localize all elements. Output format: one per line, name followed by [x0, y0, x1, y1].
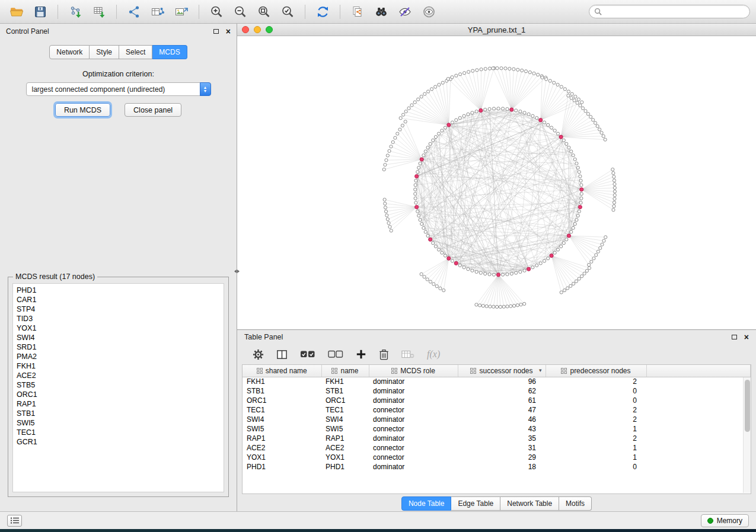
- tab-edge-table[interactable]: Edge Table: [451, 496, 500, 511]
- tab-mcds[interactable]: MCDS: [152, 45, 187, 59]
- result-node-item[interactable]: STP4: [17, 305, 220, 314]
- panel-splitter-handle[interactable]: [234, 267, 240, 276]
- tab-node-table[interactable]: Node Table: [401, 496, 452, 511]
- tab-network-table[interactable]: Network Table: [500, 496, 559, 511]
- new-network-button[interactable]: [123, 3, 145, 21]
- result-node-item[interactable]: TID3: [17, 314, 220, 323]
- delete-table-button[interactable]: [401, 350, 414, 359]
- result-node-item[interactable]: ACE2: [17, 371, 220, 380]
- table-row[interactable]: RAP1RAP1dominator352: [243, 434, 751, 443]
- memory-button[interactable]: Memory: [701, 514, 749, 527]
- new-network-icon: [127, 5, 142, 19]
- show-glyph-button[interactable]: [418, 3, 439, 21]
- table-row[interactable]: SWI5SWI5connector431: [243, 424, 751, 434]
- global-search-field[interactable]: [589, 5, 750, 18]
- refresh-view-button[interactable]: [312, 3, 333, 21]
- minimize-window-icon[interactable]: [254, 26, 261, 33]
- mcds-result-list[interactable]: PHD1CAR1STP4TID3YOX1SWI4SRD1PMA2FKH1ACE2…: [12, 283, 224, 492]
- table-scrollbar-thumb[interactable]: [745, 380, 750, 432]
- close-panel-button[interactable]: Close panel: [125, 103, 181, 117]
- delete-row-button[interactable]: [379, 349, 389, 360]
- zoom-selected-button[interactable]: [277, 3, 298, 21]
- network-window-title: YPA_prune.txt_1: [237, 25, 756, 34]
- network-graph[interactable]: [237, 36, 756, 329]
- column-header-name[interactable]: name: [321, 365, 369, 377]
- tab-network[interactable]: Network: [49, 45, 90, 59]
- dropdown-stepper-icon: ▲▼: [200, 82, 211, 96]
- result-node-item[interactable]: SWI5: [17, 418, 220, 428]
- column-header-mcds-role[interactable]: MCDS role: [369, 365, 458, 377]
- column-header-successor-nodes[interactable]: successor nodes▾: [458, 365, 546, 377]
- import-network-button[interactable]: [65, 3, 86, 21]
- maximize-window-icon[interactable]: [266, 26, 273, 33]
- result-node-item[interactable]: SWI4: [17, 333, 220, 342]
- node-table: shared namenameMCDS rolesuccessor nodes▾…: [242, 364, 751, 494]
- hide-glyph-button[interactable]: [394, 3, 416, 21]
- run-mcds-button[interactable]: Run MCDS: [55, 103, 110, 117]
- criterion-dropdown[interactable]: largest connected component (undirected)…: [26, 82, 211, 96]
- toolbar-separator: [58, 5, 58, 19]
- zoom-fit-icon: [257, 5, 272, 19]
- table-settings-button[interactable]: [253, 349, 264, 360]
- function-builder-button[interactable]: f(x): [427, 349, 440, 360]
- close-table-panel-icon[interactable]: ×: [744, 334, 749, 341]
- mcds-result-title: MCDS result (17 nodes): [13, 273, 97, 281]
- zoom-in-icon: [209, 5, 224, 19]
- tab-style[interactable]: Style: [90, 45, 119, 59]
- tab-motifs[interactable]: Motifs: [559, 496, 592, 511]
- table-row[interactable]: STB1STB1dominator620: [243, 386, 751, 396]
- table-row[interactable]: PHD1PHD1dominator180: [243, 462, 751, 472]
- zoom-fit-button[interactable]: [253, 3, 275, 21]
- result-node-item[interactable]: GCR1: [17, 437, 220, 447]
- panel-list-button[interactable]: [7, 515, 22, 527]
- control-panel: Control Panel × NetworkStyleSelectMCDS O…: [0, 24, 237, 511]
- table-row[interactable]: SWI4SWI4dominator462: [243, 415, 751, 424]
- export-network-image-button[interactable]: [171, 3, 192, 21]
- memory-status-icon: [707, 518, 713, 524]
- close-panel-icon[interactable]: ×: [226, 28, 231, 35]
- right-column: YPA_prune.txt_1 Table Panel: [237, 24, 756, 511]
- result-node-item[interactable]: ORC1: [17, 390, 220, 399]
- add-row-button[interactable]: [356, 349, 366, 360]
- table-row[interactable]: TEC1TEC1connector472: [243, 405, 751, 415]
- open-session-button[interactable]: [6, 3, 27, 21]
- network-canvas[interactable]: [237, 36, 756, 329]
- network-from-table-button[interactable]: [147, 3, 168, 21]
- network-window: YPA_prune.txt_1: [237, 24, 756, 330]
- search-binoculars-button[interactable]: [371, 3, 392, 21]
- column-header-predecessor-nodes[interactable]: predecessor nodes: [546, 365, 646, 377]
- result-node-item[interactable]: SRD1: [17, 342, 220, 352]
- result-node-item[interactable]: STB5: [17, 380, 220, 390]
- float-panel-icon[interactable]: [213, 29, 219, 34]
- result-node-item[interactable]: RAP1: [17, 399, 220, 409]
- tab-select[interactable]: Select: [119, 45, 152, 59]
- float-table-panel-icon[interactable]: [732, 335, 737, 339]
- table-row[interactable]: FKH1FKH1dominator962: [243, 377, 751, 386]
- table-row[interactable]: ACE2ACE2connector311: [243, 443, 751, 453]
- result-node-item[interactable]: TEC1: [17, 428, 220, 437]
- result-node-item[interactable]: PMA2: [17, 352, 220, 361]
- table-row[interactable]: ORC1ORC1dominator610: [243, 396, 751, 405]
- show-columns-button[interactable]: [276, 349, 288, 360]
- network-from-table-icon: [150, 5, 165, 19]
- result-node-item[interactable]: STB1: [17, 409, 220, 418]
- column-type-icon: [561, 368, 567, 374]
- import-table-button[interactable]: [88, 3, 110, 21]
- select-all-button[interactable]: [300, 350, 315, 359]
- result-node-item[interactable]: CAR1: [17, 295, 220, 305]
- application-window: Control Panel × NetworkStyleSelectMCDS O…: [0, 0, 756, 529]
- column-header-shared-name[interactable]: shared name: [243, 365, 321, 377]
- result-node-item[interactable]: FKH1: [17, 361, 220, 371]
- deselect-all-button[interactable]: [328, 350, 343, 359]
- save-session-button[interactable]: [30, 3, 51, 21]
- search-input[interactable]: [605, 8, 745, 16]
- result-node-item[interactable]: YOX1: [17, 323, 220, 333]
- table-row[interactable]: YOX1YOX1connector291: [243, 453, 751, 462]
- delete-table-icon: [401, 350, 414, 359]
- zoom-in-button[interactable]: [206, 3, 227, 21]
- table-scrollbar[interactable]: [743, 377, 751, 493]
- copy-network-button[interactable]: [347, 3, 368, 21]
- close-window-icon[interactable]: [242, 26, 249, 33]
- zoom-out-button[interactable]: [229, 3, 251, 21]
- result-node-item[interactable]: PHD1: [17, 286, 220, 295]
